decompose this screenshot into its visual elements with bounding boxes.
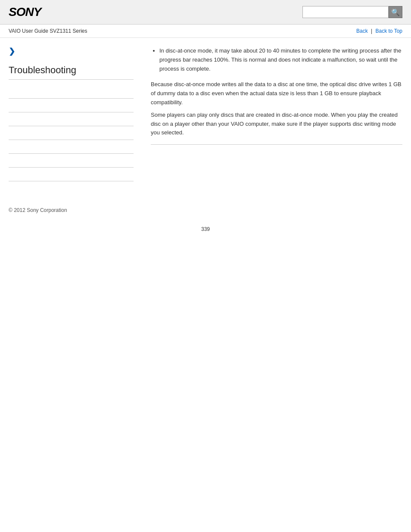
list-item xyxy=(9,140,134,154)
content-paragraph-2: Some players can play only discs that ar… xyxy=(151,111,402,137)
footer: © 2012 Sony Corporation xyxy=(0,199,411,222)
sidebar-links xyxy=(9,85,134,181)
chevron-icon: ❯ xyxy=(9,47,134,56)
header: SONY 🔍 xyxy=(0,0,411,25)
search-area: 🔍 xyxy=(302,6,402,18)
copyright-text: © 2012 Sony Corporation xyxy=(9,207,67,213)
search-button[interactable]: 🔍 xyxy=(389,6,402,18)
breadcrumb-bar: VAIO User Guide SVZ1311 Series Back | Ba… xyxy=(0,25,411,38)
content-divider xyxy=(151,144,402,145)
guide-title: VAIO User Guide SVZ1311 Series xyxy=(9,28,87,34)
content-bullet: In disc-at-once mode, it may take about … xyxy=(159,47,402,73)
content-paragraph-1: Because disc-at-once mode writes all the… xyxy=(151,80,402,107)
sidebar-link[interactable] xyxy=(9,144,10,150)
page-number: 339 xyxy=(0,222,411,241)
sidebar-link[interactable] xyxy=(9,158,10,164)
nav-links: Back | Back to Top xyxy=(356,28,402,34)
sidebar-link[interactable] xyxy=(9,103,10,109)
search-input[interactable] xyxy=(302,6,389,18)
section-title: Troubleshooting xyxy=(9,65,134,80)
main-content: ❯ Troubleshooting In disc-at-once mode, … xyxy=(0,38,411,190)
list-item xyxy=(9,99,134,112)
search-icon: 🔍 xyxy=(391,8,400,16)
list-item xyxy=(9,154,134,168)
sidebar-link[interactable] xyxy=(9,171,10,177)
content-list: In disc-at-once mode, it may take about … xyxy=(151,47,402,73)
content-area: In disc-at-once mode, it may take about … xyxy=(142,47,402,181)
list-item xyxy=(9,168,134,181)
list-item xyxy=(9,112,134,126)
sidebar: ❯ Troubleshooting xyxy=(9,47,142,181)
back-link[interactable]: Back xyxy=(356,28,368,34)
sidebar-link[interactable] xyxy=(9,89,10,95)
nav-separator: | xyxy=(371,28,372,34)
sidebar-link[interactable] xyxy=(9,130,10,136)
list-item xyxy=(9,85,134,99)
list-item xyxy=(9,126,134,140)
sony-logo: SONY xyxy=(9,5,41,19)
sidebar-link[interactable] xyxy=(9,116,10,122)
back-to-top-link[interactable]: Back to Top xyxy=(376,28,402,34)
